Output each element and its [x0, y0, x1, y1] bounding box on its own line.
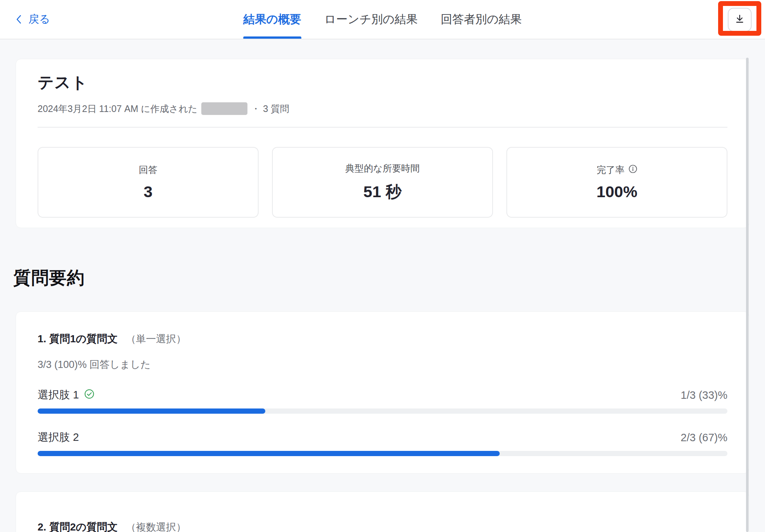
back-button[interactable]: 戻る: [15, 0, 50, 39]
question-type: （複数選択）: [126, 520, 186, 532]
info-icon[interactable]: [628, 164, 637, 176]
option-row: 選択肢 1 1/3 (33)%: [38, 388, 727, 403]
option-value: 1/3 (33)%: [681, 389, 727, 401]
stat-card-responses: 回答 3: [38, 147, 259, 218]
stat-card-completion-rate: 完了率 100%: [506, 147, 727, 218]
stat-label: 完了率: [597, 164, 637, 176]
correct-answer-check-icon: [84, 389, 95, 402]
question-title-row: 2. 質問2の質問文 （複数選択）: [38, 520, 727, 532]
question-type: （単一選択）: [126, 332, 186, 346]
option-label-text: 選択肢 2: [38, 430, 79, 445]
results-overview-page: テスト 2024年3月2日 11:07 AM に作成された ・ 3 質問 回答 …: [0, 39, 765, 532]
tab-label: 回答者別の結果: [441, 12, 522, 27]
answered-count-text: 3/3 (100)% 回答しました: [38, 358, 727, 371]
chevron-left-icon: [15, 14, 23, 25]
stats-row: 回答 3 典型的な所要時間 51 秒 完了率: [38, 147, 727, 218]
survey-subtitle: 2024年3月2日 11:07 AM に作成された ・ 3 質問: [38, 102, 727, 115]
tab-label: ローンチ別の結果: [324, 12, 418, 27]
divider: [38, 127, 727, 128]
progress-bar-track: [38, 408, 727, 414]
stat-label-text: 典型的な所要時間: [345, 162, 420, 174]
vertical-scrollbar[interactable]: [746, 58, 749, 532]
option-label-text: 選択肢 1: [38, 388, 79, 403]
question-card-2: 2. 質問2の質問文 （複数選択）: [16, 491, 749, 532]
tab-label: 結果の概要: [243, 12, 301, 27]
survey-title: テスト: [38, 72, 727, 93]
results-tabs: 結果の概要 ローンチ別の結果 回答者別の結果: [243, 0, 522, 39]
tab-results-by-launch[interactable]: ローンチ別の結果: [324, 0, 418, 39]
stat-label: 典型的な所要時間: [345, 162, 420, 174]
option-label: 選択肢 2: [38, 430, 79, 445]
stat-value: 3: [144, 183, 153, 201]
question-title: 2. 質問2の質問文: [38, 520, 118, 532]
option-row: 選択肢 2 2/3 (67)%: [38, 430, 727, 445]
progress-bar-fill: [38, 408, 265, 414]
created-text: 2024年3月2日 11:07 AM に作成された: [38, 103, 198, 115]
download-icon: [734, 13, 745, 26]
option-value: 2/3 (67)%: [681, 432, 727, 444]
stat-value: 51 秒: [364, 181, 402, 203]
progress-bar-track: [38, 451, 727, 456]
question-count-text: ・ 3 質問: [251, 103, 289, 115]
question-title: 1. 質問1の質問文: [38, 332, 118, 346]
stat-label-text: 完了率: [597, 164, 625, 176]
progress-bar-fill: [38, 451, 500, 456]
question-title-row: 1. 質問1の質問文 （単一選択）: [38, 332, 727, 346]
tab-results-by-respondent[interactable]: 回答者別の結果: [441, 0, 522, 39]
redacted-author-name: [201, 102, 247, 115]
tab-results-overview[interactable]: 結果の概要: [243, 0, 301, 39]
survey-summary-card: テスト 2024年3月2日 11:07 AM に作成された ・ 3 質問 回答 …: [16, 59, 749, 228]
option-label: 選択肢 1: [38, 388, 95, 403]
download-button[interactable]: [728, 8, 752, 32]
stat-label-text: 回答: [139, 164, 157, 176]
stat-label: 回答: [139, 164, 157, 176]
back-label: 戻る: [28, 12, 50, 27]
question-card-1: 1. 質問1の質問文 （単一選択） 3/3 (100)% 回答しました 選択肢 …: [16, 311, 749, 474]
question-summary-heading: 質問要約: [13, 266, 765, 290]
stat-value: 100%: [596, 183, 637, 201]
top-bar: 戻る 結果の概要 ローンチ別の結果 回答者別の結果: [0, 0, 765, 39]
stat-card-typical-time: 典型的な所要時間 51 秒: [272, 147, 493, 218]
